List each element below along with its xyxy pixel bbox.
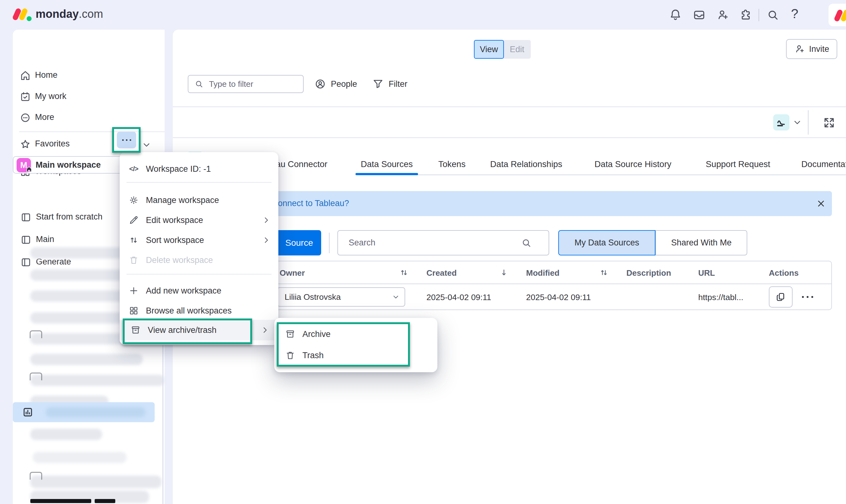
edit-label: Edit — [510, 44, 525, 54]
help-icon[interactable]: ? — [791, 6, 798, 21]
funnel-icon — [372, 78, 384, 90]
search-icon — [521, 237, 532, 249]
menu-item-edit-workspace[interactable]: Edit workspace — [120, 211, 278, 229]
monday-logo[interactable]: monday.com — [13, 6, 103, 22]
sidebar-item-redacted[interactable] — [33, 452, 126, 463]
view-type-button[interactable] — [773, 114, 790, 130]
copy-url-button[interactable] — [769, 286, 793, 308]
modified-value: 2025-04-02 09:11 — [526, 293, 591, 302]
dashboard-chart-icon — [22, 406, 34, 418]
sidebar-item-more[interactable]: More — [13, 108, 165, 128]
sidebar-item-redacted[interactable] — [30, 475, 161, 488]
view-toggle-button[interactable]: View — [474, 40, 504, 59]
segment-shared-with-me[interactable]: Shared With Me — [655, 230, 747, 255]
tab-data-source-history[interactable]: Data Source History — [595, 159, 671, 169]
people-filter-button[interactable]: People — [314, 77, 357, 91]
row-menu-button[interactable] — [802, 293, 813, 301]
calendar-check-icon — [19, 91, 31, 103]
sidebar-item-my-work[interactable]: My work — [13, 87, 165, 107]
segment-label: Shared With Me — [671, 238, 732, 248]
chevron-right-icon — [262, 235, 271, 245]
filter-search-box[interactable] — [188, 75, 304, 93]
toolbar-divider — [808, 110, 809, 134]
pencil-icon — [128, 215, 139, 226]
board-label: Main — [36, 235, 54, 244]
close-icon[interactable] — [816, 199, 826, 209]
table-header-divider — [274, 284, 831, 284]
column-header-actions[interactable]: Actions — [769, 268, 798, 278]
more-circle-icon — [19, 112, 31, 124]
table-search-input[interactable] — [348, 238, 518, 248]
tab-data-relationships[interactable]: Data Relationships — [490, 159, 562, 169]
chevron-down-icon[interactable] — [141, 140, 152, 150]
fullscreen-icon[interactable] — [823, 116, 836, 129]
menu-divider — [126, 274, 271, 274]
menu-divider — [126, 182, 271, 183]
tab-label: Data Source History — [595, 159, 671, 169]
trash-icon — [128, 254, 139, 266]
chevron-down-icon[interactable] — [792, 117, 803, 128]
tab-data-sources[interactable]: Data Sources — [355, 159, 418, 169]
edit-toggle-button[interactable]: Edit — [503, 40, 531, 59]
menu-item-add-new-workspace[interactable]: Add new workspace — [120, 282, 278, 300]
panel-divider — [173, 107, 846, 107]
filter-button[interactable]: Filter — [372, 77, 407, 91]
sidebar-item-label: More — [35, 112, 54, 122]
people-label: People — [331, 79, 357, 89]
apps-marketplace-icon[interactable] — [739, 8, 753, 23]
menu-item-label: Browse all workspaces — [146, 306, 232, 316]
tab-label: Data Sources — [361, 159, 413, 169]
sort-desc-icon[interactable] — [499, 268, 509, 277]
app-tile[interactable] — [829, 4, 846, 26]
created-value: 2025-04-02 09:11 — [426, 293, 491, 302]
sort-icon[interactable] — [599, 268, 609, 277]
column-header-owner[interactable]: Owner — [280, 268, 305, 278]
table-search-box[interactable] — [337, 230, 549, 255]
grid-icon — [128, 305, 139, 316]
menu-item-sort-workspace[interactable]: Sort workspace — [120, 231, 278, 249]
tab-support-request[interactable]: Support Request — [706, 159, 770, 169]
brand-suffix: .com — [79, 7, 103, 21]
home-icon — [19, 70, 31, 82]
app-tile-logo-icon — [834, 7, 846, 24]
segment-my-data-sources[interactable]: My Data Sources — [558, 230, 655, 255]
sidebar-item-favorites[interactable]: Favorites — [13, 134, 165, 154]
filter-input[interactable] — [208, 79, 297, 89]
search-icon — [194, 79, 204, 89]
chevron-down-icon — [391, 293, 400, 301]
invite-user-icon[interactable] — [716, 8, 730, 23]
sidebar-selected-board[interactable] — [13, 402, 155, 422]
filter-label: Filter — [389, 79, 407, 89]
tab-documentation[interactable]: Documentation — [801, 159, 846, 169]
banner-text[interactable]: connect to Tableau? — [274, 199, 349, 208]
menu-item-workspace-id: </> Workspace ID: -1 — [120, 160, 278, 178]
bell-icon[interactable] — [669, 8, 682, 23]
annotation-box-workspace-options — [112, 127, 141, 153]
owner-select[interactable]: Liliia Ostrovska — [277, 287, 405, 307]
menu-item-label: Sort workspace — [146, 235, 204, 245]
tab-tokens[interactable]: Tokens — [438, 159, 465, 169]
view-label: View — [480, 44, 498, 54]
sort-icon[interactable] — [399, 268, 409, 277]
chart-view-icon — [775, 116, 787, 128]
board-label: Start from scratch — [36, 212, 103, 222]
menu-item-label: Workspace ID: -1 — [146, 164, 211, 174]
selected-board-label-redacted — [46, 407, 145, 417]
column-header-modified[interactable]: Modified — [526, 268, 560, 278]
sidebar-item-home[interactable]: Home — [13, 66, 165, 86]
sidebar-item-redacted[interactable] — [30, 429, 102, 440]
invite-button[interactable]: Invite — [786, 39, 837, 59]
column-header-created[interactable]: Created — [426, 268, 457, 278]
menu-item-manage-workspace[interactable]: Manage workspace — [120, 192, 278, 209]
column-header-url[interactable]: URL — [698, 268, 715, 278]
menu-item-label: Manage workspace — [146, 196, 219, 205]
copy-icon — [775, 291, 786, 303]
sidebar-item-redacted[interactable] — [30, 375, 165, 386]
sidebar-item-redacted[interactable] — [30, 354, 143, 365]
column-header-description[interactable]: Description — [627, 268, 671, 278]
redacted-icon-artifact — [30, 330, 42, 338]
search-icon[interactable] — [766, 8, 780, 23]
menu-item-browse-all-workspaces[interactable]: Browse all workspaces — [120, 302, 278, 320]
inbox-icon[interactable] — [692, 8, 706, 23]
chevron-right-icon — [262, 215, 271, 225]
